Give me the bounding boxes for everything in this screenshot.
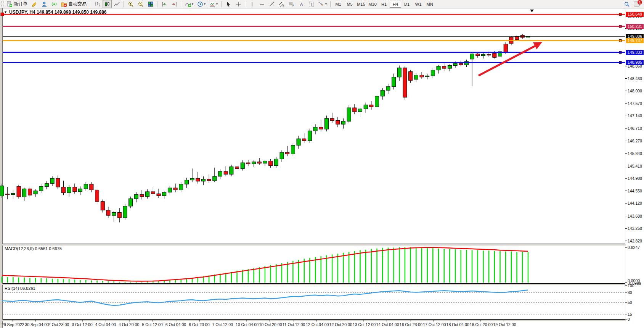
time-label: 18 Oct 20:00	[470, 322, 493, 327]
vertical-line-button[interactable]	[247, 0, 257, 8]
panel-splitter[interactable]	[0, 284, 644, 285]
macd-scale-top: 0.8247	[628, 245, 640, 250]
candlestick-icon	[104, 1, 110, 7]
time-label: 12 Oct 04:00	[306, 322, 329, 327]
time-label: 19 Oct 12:00	[493, 322, 516, 327]
channel-icon: E	[279, 1, 285, 7]
dropdown-caret[interactable]: ▾	[325, 2, 327, 6]
chart-shift-button[interactable]	[170, 0, 179, 8]
trendline-button[interactable]	[267, 0, 276, 8]
tile-windows-button[interactable]	[146, 0, 155, 8]
profile-icon	[31, 1, 37, 7]
notifications-button[interactable]: 1	[632, 0, 641, 8]
indicators-button[interactable]: ▾	[183, 0, 195, 8]
line-chart-button[interactable]	[112, 0, 122, 8]
rsi-scale-0: 0	[628, 317, 630, 322]
zoom-out-button[interactable]	[136, 0, 145, 8]
rsi-scale-15: 15	[628, 312, 632, 317]
macd-plot[interactable]	[3, 245, 625, 284]
autotrading-icon	[61, 1, 67, 7]
text-button[interactable]: A	[297, 0, 306, 8]
svg-text:E: E	[283, 4, 284, 7]
horizontal-line-button[interactable]	[257, 0, 267, 8]
time-label: 2 Oct 23:00	[48, 322, 69, 327]
panel-splitter[interactable]	[0, 320, 644, 321]
price-tick-143.250: 143.250	[628, 226, 642, 231]
templates-icon	[209, 1, 215, 7]
bar-chart-button[interactable]	[93, 0, 102, 8]
rsi-scale-50: 50	[628, 300, 632, 305]
time-label: 10 Oct 20:00	[259, 322, 282, 327]
profile-button[interactable]	[30, 0, 39, 8]
time-label: 6 Oct 20:00	[189, 322, 209, 327]
dropdown-caret[interactable]: ▾	[216, 2, 218, 6]
toolbar-separator	[124, 1, 124, 7]
autotrading-button[interactable]: 自动交易	[59, 0, 88, 8]
rsi-scale-80: 80	[628, 290, 632, 295]
toolbar-separator	[221, 1, 222, 7]
vertical-line-icon	[249, 1, 255, 7]
auto-scroll-button[interactable]	[160, 0, 169, 8]
price-tick-148.430: 148.430	[628, 76, 642, 81]
candlestick-chart-button[interactable]	[103, 0, 112, 8]
signals-button[interactable]	[50, 0, 59, 8]
price-tick-146.270: 146.270	[628, 139, 642, 143]
timeframe-m1[interactable]: M1	[332, 1, 344, 8]
channel-button[interactable]: E	[277, 0, 286, 8]
cursor-button[interactable]	[224, 0, 233, 8]
svg-text:F: F	[292, 4, 294, 7]
tile-windows-icon	[148, 1, 154, 7]
time-label: 6 Oct 04:00	[165, 322, 186, 327]
price-tick-142.820: 142.820	[628, 239, 642, 243]
time-label: 4 Oct 04:00	[95, 322, 116, 327]
timeframe-mn[interactable]: MN	[424, 1, 435, 8]
new-order-icon	[6, 1, 13, 7]
dropdown-caret[interactable]: ▾	[192, 2, 193, 6]
symbol-dropdown-marker[interactable]: ▼	[4, 10, 7, 14]
panel-splitter[interactable]	[0, 244, 644, 246]
notification-count-badge: 1	[638, 0, 642, 5]
price-badge-149.333: 149.333	[626, 50, 644, 55]
toolbar-separator	[245, 1, 246, 7]
chart-plot[interactable]	[3, 8, 625, 244]
search-icon	[624, 1, 630, 7]
crosshair-button[interactable]	[234, 0, 243, 8]
toolbar-separator	[330, 1, 331, 7]
price-badge-150.231: 150.231	[626, 24, 644, 29]
time-label: 18 Oct 04:00	[446, 322, 469, 327]
price-tick-147.140: 147.140	[628, 113, 642, 118]
new-order-button[interactable]: 新订单	[5, 0, 29, 8]
time-label: 3 Oct 12:00	[72, 322, 92, 327]
templates-button[interactable]: ▾	[208, 0, 219, 8]
toolbar-grip[interactable]	[1, 1, 3, 7]
timeframe-m5[interactable]: M5	[344, 1, 355, 8]
community-button[interactable]	[40, 0, 49, 8]
fibonacci-icon: F	[289, 1, 295, 7]
dropdown-caret[interactable]: ▾	[204, 2, 206, 6]
rsi-plot[interactable]	[3, 285, 625, 320]
price-badge-150.649: 150.649	[626, 12, 644, 17]
text-icon: A	[299, 1, 305, 7]
price-tick-145.840: 145.840	[628, 151, 642, 156]
fibonacci-button[interactable]: F	[287, 0, 296, 8]
timeframe-h1[interactable]: H1	[378, 1, 390, 8]
search-button[interactable]	[622, 0, 631, 8]
price-tick-144.550: 144.550	[628, 189, 642, 193]
timeframe-m30[interactable]: M30	[367, 1, 378, 8]
text-label-button[interactable]: T	[307, 0, 316, 8]
periods-button[interactable]: ▾	[196, 0, 207, 8]
price-tick-144.120: 144.120	[628, 201, 642, 205]
timeframe-d1[interactable]: D1	[401, 1, 413, 8]
price-badge-148.985: 148.985	[626, 60, 644, 65]
timeframe-h4[interactable]: H4	[390, 1, 401, 8]
timeframe-w1[interactable]: W1	[413, 1, 424, 8]
price-badge-149.737: 149.737	[626, 38, 644, 43]
mt4-window: 新订单 自动交易	[0, 0, 644, 328]
window-left-edge	[0, 8, 3, 328]
timeframe-m15[interactable]: M15	[355, 1, 367, 8]
arrows-button[interactable]: ▾	[317, 0, 328, 8]
indicators-icon	[185, 1, 191, 7]
toolbar-separator	[157, 1, 158, 7]
price-tick-145.410: 145.410	[628, 164, 642, 168]
zoom-in-button[interactable]	[126, 0, 135, 8]
